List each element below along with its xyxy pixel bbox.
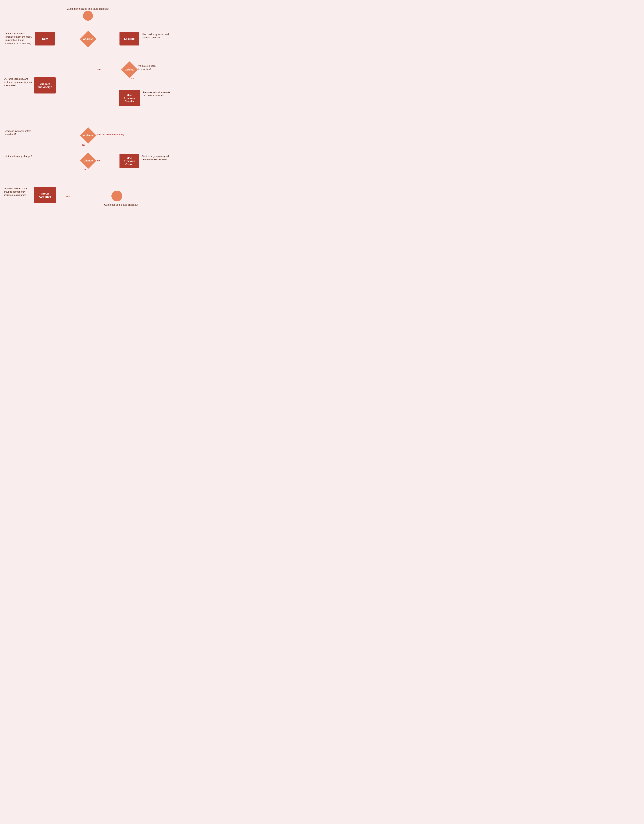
no-label-3: No: [97, 159, 100, 162]
change-left-annotation: Automatic group change?: [5, 155, 34, 158]
new-rect: New: [35, 32, 55, 46]
validate-assign-left-annotation: VAT ID is validated, and customer group …: [4, 77, 33, 87]
use-prev-results-rect: Use Previous Results: [119, 90, 140, 106]
no-label-2: No: [82, 143, 85, 147]
existing-right-annotation: Use previously saved and validated addre…: [142, 33, 171, 39]
no-label-1: No: [131, 77, 134, 80]
address-diamond-1: Address: [82, 33, 94, 45]
use-prev-group-right-annotation: Customer group assigned before checkout …: [142, 155, 172, 161]
flowchart: Customer initiates one-page checkout Add…: [0, 0, 176, 16]
address2-left-annotation: Address available before checkout?: [5, 129, 36, 136]
yes-label-3: Yes: [82, 168, 86, 171]
use-prev-group-rect: Use Previous Group: [120, 154, 139, 168]
group-assigned-left-annotation: An emulated customer group is permanentl…: [4, 187, 33, 197]
yes-label-1: Yes: [97, 68, 101, 71]
end-circle: [111, 191, 122, 201]
validate-assign-rect: Validate and Assign: [34, 77, 56, 94]
change-diamond: Change: [82, 154, 94, 167]
validate-right-annotation: Validate on each transaction?: [138, 65, 166, 71]
new-left-annotation: Enter new address (includes guest checko…: [5, 32, 33, 45]
validate-diamond: Validate: [123, 63, 136, 76]
yes-label-4: Yes: [66, 195, 69, 198]
start-circle: [83, 11, 93, 21]
use-prev-results-right-annotation: Previous validation results are used, if…: [143, 91, 172, 97]
address-diamond-2: Address: [82, 129, 94, 142]
group-assigned-rect: Group Assigned: [34, 187, 56, 203]
existing-rect: Existing: [120, 32, 139, 46]
start-label: Customer initiates one-page checkout: [67, 7, 109, 11]
end-label: Customer completes checkout: [104, 203, 138, 207]
yes-label-2: Yes (all other situations): [97, 133, 124, 136]
